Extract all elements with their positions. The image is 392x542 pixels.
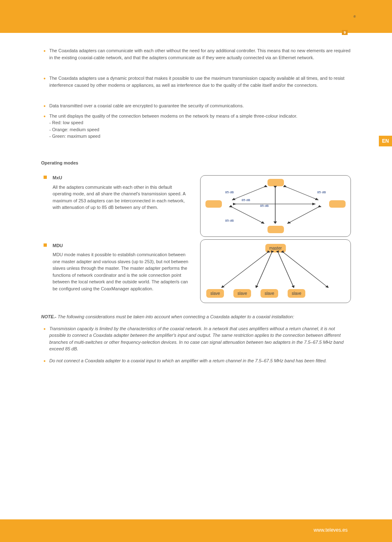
node-master: master bbox=[265, 244, 286, 252]
footer-url: www.televes.es bbox=[314, 526, 348, 534]
bullet-item: Data transmitted over a coaxial cable ar… bbox=[41, 102, 351, 109]
mode-mdu: MDU MDU mode makes it possible to establ… bbox=[41, 242, 192, 292]
db-label: 85 dB bbox=[225, 218, 234, 223]
mode-mxu-title: MxU bbox=[53, 175, 62, 180]
note-prefix: NOTE.- bbox=[41, 314, 56, 319]
bullet-text: Transmission capacity is limited by the … bbox=[49, 326, 344, 352]
db-label: 85 dB bbox=[225, 190, 234, 195]
svg-line-3 bbox=[288, 207, 318, 223]
node-top bbox=[267, 179, 284, 186]
note-bullet-item: Do not connect a Coaxdata adapter to a c… bbox=[41, 357, 351, 364]
bullet-text: The Coaxdata adapters can communicate wi… bbox=[49, 48, 350, 60]
note-text: The following considerations must be tak… bbox=[56, 314, 294, 319]
db-label: 85 dB bbox=[317, 190, 326, 195]
node-slave: slave bbox=[233, 289, 251, 298]
svg-line-9 bbox=[284, 253, 328, 288]
page-content: The Coaxdata adapters can communicate wi… bbox=[0, 33, 392, 375]
mode-mxu-text: All the adapters communicate with each o… bbox=[53, 185, 185, 210]
node-slave: slave bbox=[206, 289, 224, 298]
mode-mdu-text: MDU mode makes it possible to establish … bbox=[53, 252, 188, 291]
header-band: ® bbox=[0, 0, 392, 33]
svg-line-7 bbox=[256, 253, 272, 288]
footer-band: www.televes.es bbox=[0, 519, 392, 542]
node-bottom bbox=[267, 226, 284, 233]
bullet-item: The Coaxdata adapters use a dynamic prot… bbox=[41, 75, 351, 88]
note-section: NOTE.- The following considerations must… bbox=[41, 313, 351, 320]
diagram-mdu: master slave slave slave slave bbox=[200, 239, 351, 303]
mode-mdu-title: MDU bbox=[53, 243, 63, 248]
mode-mxu: MxU All the adapters communicate with ea… bbox=[41, 174, 192, 211]
bullet-item: The Coaxdata adapters can communicate wi… bbox=[41, 47, 351, 61]
note-bullet-list: Transmission capacity is limited by the … bbox=[41, 325, 351, 364]
node-left bbox=[205, 200, 222, 208]
registered-mark-icon: ® bbox=[353, 14, 356, 19]
bullet-text: Data transmitted over a coaxial cable ar… bbox=[49, 103, 244, 108]
intro-bullet-list: The Coaxdata adapters can communicate wi… bbox=[41, 47, 351, 140]
svg-line-1 bbox=[286, 187, 318, 200]
bullet-text: Do not connect a Coaxdata adapter to a c… bbox=[49, 358, 327, 363]
bullet-item: The unit displays the quality of the con… bbox=[41, 113, 351, 140]
svg-line-8 bbox=[278, 253, 294, 288]
note-bullet-item: Transmission capacity is limited by the … bbox=[41, 325, 351, 352]
node-slave: slave bbox=[288, 289, 305, 298]
bullet-text: The Coaxdata adapters use a dynamic prot… bbox=[49, 76, 344, 88]
node-slave: slave bbox=[261, 289, 278, 298]
bullet-text: The unit displays the quality of the con… bbox=[49, 113, 297, 139]
db-label: 85 dB bbox=[260, 204, 269, 208]
svg-line-2 bbox=[232, 207, 264, 223]
svg-line-6 bbox=[221, 253, 267, 288]
db-label: 85 dB bbox=[242, 198, 250, 203]
operating-modes-heading: Operating modes bbox=[41, 160, 351, 167]
node-right bbox=[329, 200, 346, 208]
diagram-mxu: 85 dB 85 dB 85 dB 85 dB 85 dB bbox=[200, 175, 351, 237]
